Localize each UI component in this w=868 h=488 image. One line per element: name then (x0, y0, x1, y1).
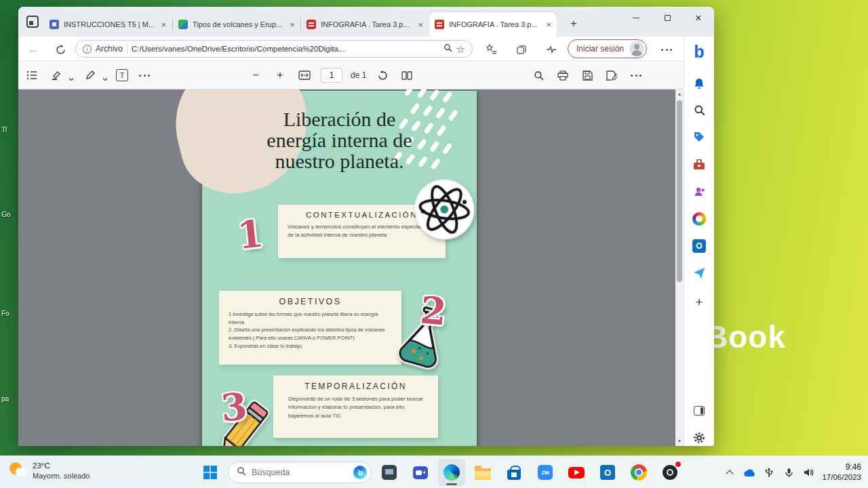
chrome-icon[interactable] (625, 459, 652, 486)
app-window-icon[interactable] (376, 459, 403, 486)
more-options-icon[interactable] (628, 67, 644, 83)
add-text-icon[interactable]: T (116, 69, 128, 81)
info-icon[interactable]: i (83, 45, 92, 54)
more-tools-icon[interactable] (136, 67, 153, 83)
section-body: 1.Investiga sobre las formas que nuestro… (229, 310, 395, 350)
taskbar-search[interactable]: b (228, 462, 372, 483)
chevron-down-icon[interactable] (68, 73, 74, 78)
teams-chat-icon[interactable] (407, 459, 434, 486)
scrollbar-thumb[interactable] (677, 100, 682, 282)
onedrive-icon[interactable] (743, 466, 755, 479)
toolbox-icon[interactable] (690, 155, 709, 174)
chevron-down-icon[interactable] (102, 73, 108, 78)
sidebar-panel-icon[interactable] (690, 401, 709, 420)
section-heading: TEMPORALIZACIÓN (273, 382, 438, 391)
scroll-down-icon[interactable]: ▼ (675, 436, 684, 446)
section-objetivos: OBJETIVOS 1.Investiga sobre las formas q… (219, 291, 401, 365)
browser-tab-1[interactable]: INSTRUCCIONES T5 | M... × (44, 12, 172, 37)
table-of-contents-icon[interactable] (24, 67, 40, 83)
zoom-in-icon[interactable]: + (272, 67, 288, 83)
browser-tab-3[interactable]: INFOGRAFIA . Tarea 3.p... × (301, 12, 429, 37)
browser-menu-icon[interactable] (658, 41, 675, 58)
back-icon[interactable]: ← (25, 41, 41, 58)
page-number-input[interactable] (321, 68, 342, 83)
pdf-viewer: Liberación de energía interna de nuestro… (18, 89, 684, 446)
shopping-tag-icon[interactable] (690, 127, 709, 146)
tab-close-icon[interactable]: × (418, 20, 423, 29)
refresh-icon[interactable] (52, 41, 68, 58)
browser-tab-2[interactable]: Tipos de volcanes y Erup... × (173, 12, 300, 37)
fit-to-width-icon[interactable] (296, 67, 313, 83)
save-as-icon[interactable] (604, 67, 620, 83)
collections-icon[interactable] (513, 41, 530, 58)
weather-widget[interactable]: 23°C Mayorm. soleado (7, 460, 90, 482)
search-input[interactable] (252, 468, 348, 477)
clock[interactable]: 9:46 17/06/2023 (822, 462, 861, 483)
sign-in-button[interactable]: Iniciar sesión (568, 39, 647, 58)
microphone-icon[interactable] (783, 466, 795, 479)
outlook-taskbar-icon[interactable]: O (594, 459, 621, 486)
usb-icon[interactable] (763, 466, 775, 479)
volume-icon[interactable] (802, 466, 814, 479)
print-icon[interactable] (555, 67, 571, 83)
edge-browser-window: INSTRUCCIONES T5 | M... × Tipos de volca… (18, 7, 714, 446)
browser-tab-4-active[interactable]: INFOGRAFIA . Tarea 3.p... × (429, 12, 557, 37)
edge-sidebar: b O + (684, 37, 714, 446)
wallpaper-text: Book (705, 319, 786, 355)
start-button[interactable] (197, 459, 224, 486)
tab-close-icon[interactable]: × (290, 20, 295, 29)
weather-condition: Mayorm. soleado (33, 471, 90, 481)
minimize-button[interactable] (620, 7, 652, 29)
rotate-icon[interactable] (374, 67, 391, 83)
microsoft-365-icon[interactable] (690, 209, 709, 228)
tab-close-icon[interactable]: × (546, 20, 551, 29)
zoom-out-icon[interactable]: − (248, 67, 264, 83)
youtube-icon[interactable] (563, 459, 590, 486)
zoom-icon[interactable]: ZM (532, 459, 559, 486)
close-button[interactable]: × (683, 7, 714, 29)
sidebar-search-icon[interactable] (690, 100, 709, 119)
new-tab-button[interactable]: + (565, 15, 583, 33)
desktop-icon-label[interactable]: Fo (1, 310, 9, 317)
notifications-bell-icon[interactable] (690, 74, 709, 93)
highlighter-icon[interactable] (48, 67, 64, 83)
draw-pen-icon[interactable] (82, 67, 98, 83)
maximize-icon (665, 15, 671, 21)
desktop-icon-label[interactable]: Go (1, 211, 10, 218)
favorite-star-icon[interactable]: ☆ (456, 44, 465, 54)
section-heading: OBJETIVOS (219, 297, 401, 306)
address-bar[interactable]: i Archivo C:/Users/vanes/OneDrive/Escrit… (75, 40, 473, 58)
notification-badge (675, 461, 682, 468)
save-icon[interactable] (579, 67, 595, 83)
scroll-up-icon[interactable]: ▲ (675, 89, 684, 99)
search-document-icon[interactable] (530, 67, 547, 83)
pdf-favicon (307, 20, 316, 29)
outlook-icon[interactable]: O (690, 237, 709, 256)
file-explorer-icon[interactable] (469, 459, 496, 486)
pdf-scrollbar[interactable]: ▲ ▼ (675, 89, 684, 446)
favorites-bar-icon[interactable] (484, 41, 500, 58)
wordwall-favicon (178, 20, 188, 29)
browser-essentials-icon[interactable] (543, 41, 559, 58)
atom-icon (410, 175, 479, 247)
clock-time: 9:46 (822, 462, 861, 472)
desktop-icon-label[interactable]: Tl (1, 126, 7, 134)
page-view-icon[interactable] (399, 67, 415, 83)
app-icon-with-badge[interactable] (656, 459, 684, 486)
weather-icon (7, 460, 27, 482)
tab-actions-icon[interactable] (26, 16, 39, 28)
drop-share-icon[interactable] (690, 264, 709, 283)
desktop-icon-label[interactable]: pa (1, 395, 9, 403)
desktop: Tl Go Fo pa Book INSTRUCCIONES T5 | M...… (0, 0, 868, 488)
microsoft-store-icon[interactable] (500, 459, 528, 486)
sidebar-add-icon[interactable]: + (690, 293, 709, 312)
follow-creators-icon[interactable] (690, 182, 709, 201)
bing-copilot-icon[interactable]: b (690, 42, 709, 61)
maximize-button[interactable] (652, 7, 683, 29)
sidebar-settings-gear-icon[interactable] (690, 428, 709, 447)
edge-icon[interactable] (438, 459, 465, 486)
tab-title: Tipos de volcanes y Erup... (193, 20, 286, 28)
search-in-page-icon[interactable] (443, 43, 452, 55)
hidden-icons-chevron[interactable] (724, 466, 736, 479)
tab-close-icon[interactable]: × (161, 20, 166, 29)
